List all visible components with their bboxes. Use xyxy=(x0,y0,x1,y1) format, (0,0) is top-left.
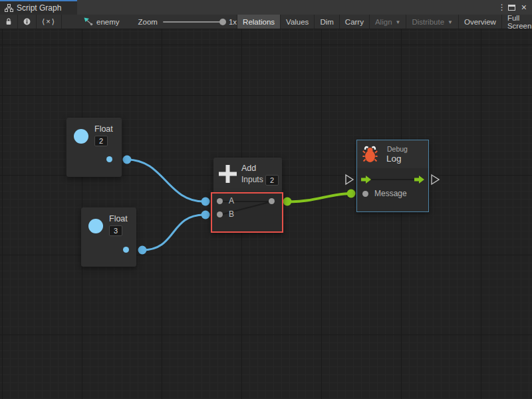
message-input-port[interactable] xyxy=(362,191,368,197)
float-value-field[interactable]: 2 xyxy=(94,136,108,146)
add-output-port[interactable] xyxy=(269,198,275,204)
node-title: Add xyxy=(241,164,256,173)
zoom-slider-knob[interactable] xyxy=(219,19,226,25)
code-brackets-icon: ⟨×⟩ xyxy=(42,17,56,26)
dim-label: Dim xyxy=(320,18,333,26)
node-title: Float xyxy=(94,124,113,134)
close-icon[interactable]: × xyxy=(521,3,527,12)
inputs-count-field[interactable]: 2 xyxy=(265,175,279,186)
relations-toggle[interactable]: Relations xyxy=(237,15,281,29)
float-output-port[interactable] xyxy=(123,247,129,253)
graph-toolbar: ⟨×⟩ enemy Zoom 1x Relations Values xyxy=(0,15,532,29)
align-dropdown[interactable]: Align ▼ xyxy=(370,15,407,29)
port-a-label: A xyxy=(229,196,234,205)
wire-add-to-message xyxy=(288,194,350,201)
tab-title: Script Graph xyxy=(17,3,61,13)
carry-toggle[interactable]: Carry xyxy=(340,15,370,29)
float-literal-icon xyxy=(74,129,88,144)
wire-endpoint-dot[interactable] xyxy=(283,198,292,206)
chevron-down-icon: ▼ xyxy=(396,19,401,25)
message-port-label: Message xyxy=(374,189,407,198)
graph-tree-icon xyxy=(5,4,13,12)
values-label: Values xyxy=(286,18,309,26)
float-literal-icon xyxy=(88,219,103,233)
graph-reference[interactable]: enemy xyxy=(80,15,124,29)
node-title: Log xyxy=(386,154,402,164)
carry-label: Carry xyxy=(345,18,364,26)
info-button[interactable] xyxy=(18,15,37,29)
wire-float2-to-a xyxy=(127,160,204,201)
float-node-3[interactable]: Float 3 xyxy=(81,207,136,267)
add-port-b[interactable] xyxy=(217,211,223,217)
toolbar-toggles: Relations Values Dim Carry Align ▼ Distr… xyxy=(237,15,532,29)
port-b-label: B xyxy=(229,209,234,219)
overview-label: Overview xyxy=(464,18,496,26)
wire-endpoint-dot[interactable] xyxy=(138,246,147,255)
tab-script-graph[interactable]: Script Graph xyxy=(0,0,77,15)
bug-icon xyxy=(362,144,378,163)
distribute-label: Distribute xyxy=(412,18,444,26)
dim-toggle[interactable]: Dim xyxy=(315,15,339,29)
graph-name-label: enemy xyxy=(96,18,120,26)
window-menu-icon[interactable]: ⋮ xyxy=(498,3,502,11)
maximize-icon[interactable] xyxy=(508,5,515,11)
zoom-control: Zoom 1x xyxy=(138,15,237,29)
wire-endpoint-dot[interactable] xyxy=(201,211,210,219)
zoom-label: Zoom xyxy=(138,18,158,26)
float-output-port[interactable] xyxy=(106,156,112,162)
node-category: Debug xyxy=(387,145,408,153)
inputs-label: Inputs xyxy=(241,175,263,184)
window-controls: ⋮ × xyxy=(498,0,532,15)
flow-output-triangle-icon[interactable] xyxy=(432,175,439,184)
plus-icon xyxy=(219,165,237,183)
script-graph-window: Script Graph ⋮ × ⟨×⟩ xyxy=(0,0,532,399)
add-node-inputs-body[interactable]: A B xyxy=(211,192,283,233)
values-toggle[interactable]: Values xyxy=(281,15,315,29)
flow-input-triangle-icon[interactable] xyxy=(346,175,353,184)
overview-button[interactable]: Overview xyxy=(459,15,502,29)
flow-enter-arrow-icon[interactable] xyxy=(361,176,371,184)
debug-log-node[interactable]: Debug Log Message xyxy=(356,140,429,212)
inspect-code-button[interactable]: ⟨×⟩ xyxy=(37,15,62,29)
align-label: Align xyxy=(375,18,392,26)
wire-endpoint-dot[interactable] xyxy=(201,198,210,206)
lock-icon xyxy=(5,17,12,26)
fullscreen-label: Full Screen xyxy=(507,14,531,30)
fullscreen-button[interactable]: Full Screen xyxy=(502,15,532,29)
add-port-a[interactable] xyxy=(217,198,223,204)
add-node-header[interactable]: Add Inputs 2 xyxy=(213,158,282,192)
wire-endpoint-dot[interactable] xyxy=(123,156,132,164)
tab-bar: Script Graph ⋮ × xyxy=(0,0,532,15)
relations-label: Relations xyxy=(243,18,275,26)
node-title: Float xyxy=(109,214,128,223)
wire-float3-to-b xyxy=(142,215,204,250)
lock-button[interactable] xyxy=(0,15,18,29)
zoom-slider[interactable] xyxy=(163,21,223,23)
graph-canvas[interactable]: Float 2 Float 3 Add Inputs 2 xyxy=(0,29,532,399)
distribute-dropdown[interactable]: Distribute ▼ xyxy=(406,15,459,29)
info-icon xyxy=(23,17,31,26)
graph-pointer-icon xyxy=(84,17,93,26)
float-value-field[interactable]: 3 xyxy=(109,225,122,236)
flow-exit-arrow-icon[interactable] xyxy=(414,176,424,184)
zoom-level-value: 1x xyxy=(229,18,237,26)
float-node-2[interactable]: Float 2 xyxy=(66,118,122,177)
wire-endpoint-dot[interactable] xyxy=(347,190,356,198)
chevron-down-icon: ▼ xyxy=(448,19,453,25)
